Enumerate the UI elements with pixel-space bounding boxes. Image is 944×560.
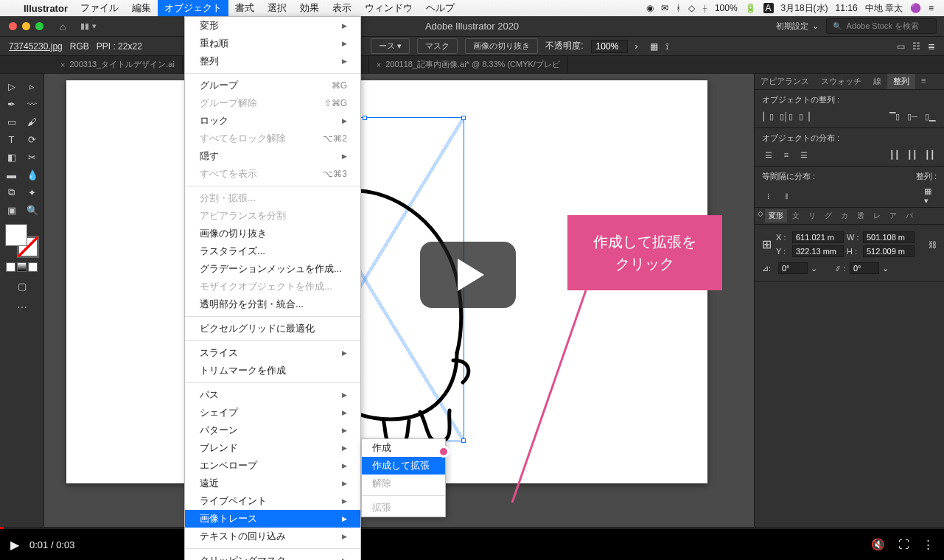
doc-tab-1[interactable]: ×200313_タイトルデザイン.ai [53, 56, 183, 73]
mini-tab[interactable]: パ [902, 209, 917, 223]
rotate-tool-icon[interactable]: ⟳ [24, 131, 41, 147]
menu-item[interactable]: 整列 [185, 52, 360, 70]
h-field[interactable]: 512.009 m [863, 245, 915, 257]
panel-menu-icon[interactable]: ≡ [915, 74, 931, 89]
menu-item[interactable]: 変形 [185, 17, 360, 35]
opacity-chevron-icon[interactable]: › [635, 41, 638, 52]
menu-file[interactable]: ファイル [74, 0, 125, 16]
align-toggle-icon[interactable]: ☷ [912, 41, 920, 52]
submenu-item[interactable]: 作成して拡張 [362, 457, 445, 475]
menu-item[interactable]: エンベロープ [185, 457, 360, 475]
distribute-left-icon[interactable]: ┃┃ [888, 148, 901, 161]
curvature-tool-icon[interactable]: 〰 [24, 96, 41, 112]
dropdown-icon[interactable]: ⌄ [882, 264, 889, 273]
align-pixel-grid-icon[interactable]: ▦ [650, 41, 658, 52]
align-left-icon[interactable]: ▏▯ [762, 110, 775, 123]
menu-help[interactable]: ヘルプ [419, 0, 461, 16]
pen-tool-icon[interactable]: ✒ [3, 96, 21, 112]
color-mode-none-icon[interactable] [28, 262, 38, 272]
object-dropdown-menu[interactable]: 変形重ね順整列グループ⌘Gグループ解除⇧⌘Gロックすべてをロック解除⌥⌘2隠すす… [184, 16, 361, 560]
menu-select[interactable]: 選択 [261, 0, 293, 16]
align-top-icon[interactable]: ▔▯ [888, 110, 901, 123]
mask-button[interactable]: マスク [417, 38, 458, 54]
panel-tab-collapse-icon[interactable]: ◇ [758, 209, 763, 223]
more-settings-icon[interactable]: ≣ [928, 41, 935, 52]
mini-tab[interactable]: ア [886, 209, 901, 223]
eyedropper-tool-icon[interactable]: 💧 [24, 167, 41, 183]
adobe-stock-search[interactable]: Adobe Stock を検索 [826, 18, 937, 34]
blend-tool-icon[interactable]: ⧉ [3, 184, 21, 200]
distribute-bottom-icon[interactable]: ☰ [797, 148, 811, 161]
angle-field[interactable]: 0° [778, 262, 808, 274]
reference-point-icon[interactable]: ⊞ [762, 237, 772, 251]
menu-edit[interactable]: 編集 [125, 0, 158, 16]
image-trace-button[interactable]: ース ▾ [371, 38, 410, 54]
mini-tab[interactable]: リ [805, 209, 819, 223]
symbol-sprayer-icon[interactable]: ✦ [24, 184, 41, 200]
menu-item[interactable]: 重ね順 [185, 35, 360, 52]
mini-tab[interactable]: 文 [789, 209, 803, 223]
screen-mode-icon[interactable]: ▢ [13, 278, 31, 294]
menu-item[interactable]: シェイプ [185, 404, 360, 421]
artboard-tool-icon[interactable]: ▣ [3, 202, 21, 218]
align-to-icon[interactable]: ▦ ▾ [923, 189, 937, 203]
isolation-icon[interactable]: ⟟ [665, 41, 668, 52]
spacing-value-field[interactable] [797, 189, 839, 203]
fill-stroke-swatch[interactable] [5, 224, 39, 258]
close-tab-icon[interactable]: × [377, 60, 381, 69]
menu-item[interactable]: グラデーションメッシュを作成... [185, 260, 360, 278]
gradient-tool-icon[interactable]: ▬ [3, 167, 21, 183]
y-field[interactable]: 322.13 mm [792, 245, 844, 257]
menu-item[interactable]: ブレンド [185, 439, 360, 457]
menu-item[interactable]: ライブペイント [185, 492, 360, 510]
panel-tab-stroke[interactable]: 線 [867, 74, 887, 89]
menu-item[interactable]: 遠近 [185, 475, 360, 492]
menu-item[interactable]: ロック [185, 112, 360, 130]
zoom-tool-icon[interactable]: 🔍 [24, 202, 41, 218]
menu-item[interactable]: 隠す [185, 147, 360, 165]
color-mode-gradient-icon[interactable] [17, 262, 27, 272]
scissors-tool-icon[interactable]: ✂ [24, 149, 41, 165]
edit-toolbar-icon[interactable]: ⋯ [17, 301, 27, 313]
type-tool-icon[interactable]: T [3, 131, 21, 147]
resize-handle[interactable] [363, 116, 367, 120]
panel-tab-align[interactable]: 整列 [887, 74, 915, 89]
maximize-window-button[interactable] [35, 22, 43, 30]
distribute-top-icon[interactable]: ☰ [762, 148, 775, 161]
dropdown-icon[interactable]: ⌄ [811, 264, 817, 273]
app-name[interactable]: Illustrator [18, 3, 74, 14]
siri-icon[interactable]: 🟣 [910, 3, 921, 13]
more-options-icon[interactable]: ⋮ [923, 538, 934, 551]
menu-effect[interactable]: 効果 [293, 0, 326, 16]
image-trace-submenu[interactable]: 作成作成して拡張解除拡張 [361, 438, 446, 517]
shear-field[interactable]: 0° [850, 262, 879, 274]
mini-tab[interactable]: レ [870, 209, 884, 223]
align-hcenter-icon[interactable]: ▯│▯ [780, 110, 793, 123]
eraser-tool-icon[interactable]: ◧ [3, 149, 21, 165]
link-wh-icon[interactable]: ⛓ [929, 240, 937, 249]
mini-tab-transform[interactable]: 変形 [765, 209, 787, 223]
distribute-hcenter-icon[interactable]: ┃┃ [906, 148, 919, 161]
menu-type[interactable]: 書式 [228, 0, 261, 16]
crop-button[interactable]: 画像の切り抜き [465, 38, 538, 54]
menu-item[interactable]: 透明部分を分割・統合... [185, 295, 360, 313]
opacity-value[interactable]: 100% [591, 40, 628, 53]
x-field[interactable]: 611.021 m [792, 231, 844, 243]
panel-tab-appearance[interactable]: アピアランス [755, 74, 815, 89]
color-mode-solid-icon[interactable] [6, 262, 15, 272]
panel-tab-swatches[interactable]: スウォッチ [815, 74, 867, 89]
rectangle-tool-icon[interactable]: ▭ [3, 113, 21, 130]
menu-item[interactable]: テキストの回り込み [185, 528, 360, 545]
transform-toggle-icon[interactable]: ▭ [897, 41, 905, 52]
linked-file-name[interactable]: 73745230.jpg [9, 41, 63, 52]
menu-item[interactable]: ラスタライズ... [185, 242, 360, 260]
play-pause-button[interactable]: ▶ [10, 538, 19, 552]
menu-item[interactable]: グループ⌘G [185, 77, 360, 94]
menu-item[interactable]: 画像トレース [185, 510, 360, 528]
menu-extra-icon[interactable]: ≡ [929, 3, 934, 13]
selection-tool-icon[interactable]: ▷ [3, 78, 21, 94]
align-right-icon[interactable]: ▯▕ [797, 110, 811, 123]
menu-window[interactable]: ウィンドウ [358, 0, 419, 16]
menu-object[interactable]: オブジェクト [158, 0, 228, 16]
align-bottom-icon[interactable]: ▯▁ [923, 110, 937, 123]
